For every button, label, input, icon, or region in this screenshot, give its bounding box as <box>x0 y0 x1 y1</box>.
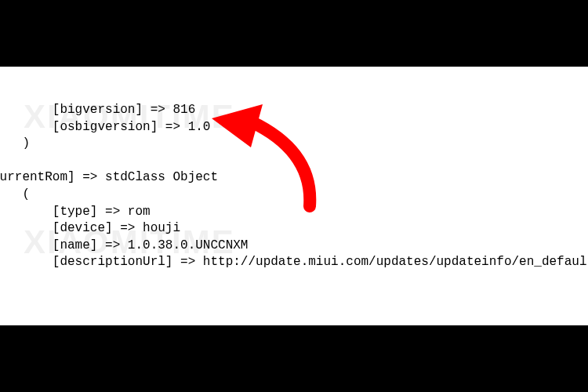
code-line: [name] => 1.0.38.0.UNCCNXM <box>0 238 248 252</box>
code-block: [bigversion] => 816 [osbigversion] => 1.… <box>0 102 588 271</box>
code-line: ( <box>0 187 30 201</box>
code-line: [osbigversion] => 1.0 <box>0 120 210 134</box>
code-line: [type] => rom <box>0 205 151 219</box>
code-line: [bigversion] => 816 <box>0 103 195 117</box>
code-line: [descriptionUrl] => http://update.miui.c… <box>0 255 588 269</box>
code-line: ) <box>0 136 30 151</box>
code-line: [device] => houji <box>0 221 180 235</box>
screenshot-frame: XIAOMITIME XIAOMITIME [bigversion] => 81… <box>0 67 588 325</box>
code-line: CurrentRom] => stdClass Object <box>0 170 218 184</box>
